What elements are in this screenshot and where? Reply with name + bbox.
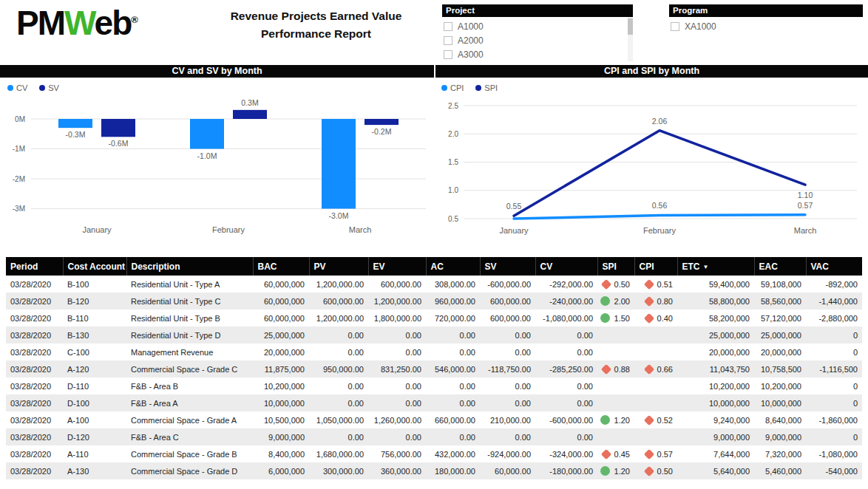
cell-ev: 831,250.00 — [368, 360, 426, 377]
table-row[interactable]: 03/28/2020C-100Management Revenue20,000,… — [6, 343, 862, 360]
column-header-bac[interactable]: BAC — [253, 257, 309, 276]
cell-cv: -1,080,000.00 — [535, 310, 597, 326]
cell-sv: 0.00 — [480, 377, 535, 394]
table-row[interactable]: 03/28/2020D-100F&B - Area A10,000,0000.0… — [6, 394, 862, 411]
program-option-label: XA1000 — [685, 21, 716, 32]
column-header-ev[interactable]: EV — [368, 257, 426, 276]
column-header-spi[interactable]: SPI — [597, 257, 634, 276]
cpi-value: 0.40 — [657, 314, 673, 323]
cell-description: Management Revenue — [126, 343, 253, 360]
cell-sv: 0.00 — [480, 394, 535, 411]
project-option-a2000[interactable]: A2000 — [444, 33, 633, 47]
table-row[interactable]: 03/28/2020B-120Residential Unit - Type C… — [6, 293, 862, 310]
cpi-spi-chart[interactable]: CPI SPI 0.51.01.52.02.5JanuaryFebruaryMa… — [434, 78, 868, 253]
column-header-ac[interactable]: AC — [426, 257, 480, 276]
cpi-value: 0.51 — [657, 280, 673, 289]
project-slicer-list: A1000A2000A3000 — [442, 17, 633, 61]
sv-bar-february[interactable] — [233, 110, 267, 119]
column-header-label: Description — [132, 261, 180, 272]
cell-spi: 1.20 — [597, 411, 634, 428]
project-option-a3000[interactable]: A3000 — [444, 47, 633, 61]
spi-value: 1.20 — [614, 416, 630, 425]
spi-value: 1.50 — [614, 314, 630, 323]
table-row[interactable]: 03/28/2020A-100Commercial Space - Grade … — [6, 411, 862, 428]
column-header-description[interactable]: Description — [126, 257, 253, 276]
column-header-label: BAC — [258, 261, 277, 272]
column-header-vac[interactable]: VAC — [806, 257, 862, 276]
cv-bar-january[interactable] — [58, 119, 92, 128]
project-option-label: A2000 — [458, 35, 484, 46]
table-row[interactable]: 03/28/2020A-120Commercial Space - Grade … — [6, 360, 862, 377]
column-header-etc[interactable]: ETC▼ — [677, 257, 754, 276]
column-header-period[interactable]: Period — [6, 257, 63, 276]
cell-ac: 0.00 — [426, 326, 480, 343]
program-option-xa1000[interactable]: XA1000 — [671, 19, 863, 33]
cell-etc: 11,043,750 — [677, 360, 754, 377]
cell-ev: 0.00 — [368, 326, 426, 343]
cpi-line[interactable] — [514, 215, 805, 219]
cell-spi: 0.88 — [597, 360, 634, 377]
cell-cv: 0.00 — [535, 377, 597, 394]
cell-period: 03/28/2020 — [6, 310, 63, 326]
sv-bar-march[interactable] — [365, 119, 399, 125]
column-header-cpi[interactable]: CPI — [634, 257, 677, 276]
cell-cpi: 0.80 — [634, 293, 677, 310]
project-slicer-scrollbar[interactable] — [628, 17, 633, 61]
cell-ac: 0.00 — [426, 343, 480, 360]
table-row[interactable]: 03/28/2020D-110F&B - Area B10,200,0000.0… — [6, 377, 862, 394]
column-header-cost-account[interactable]: Cost Account — [63, 257, 126, 276]
cell-description: Residential Unit - Type D — [126, 326, 253, 343]
red-diamond-icon — [644, 414, 654, 425]
cell-cpi — [634, 343, 677, 360]
scrollbar-thumb[interactable] — [628, 18, 633, 35]
cell-period: 03/28/2020 — [6, 394, 63, 411]
cpi-value: 0.57 — [657, 450, 673, 459]
spi-value: 0.50 — [614, 280, 630, 289]
table-row[interactable]: 03/28/2020A-110Commercial Space - Grade … — [6, 445, 862, 462]
cell-ac: 432,000.00 — [426, 445, 480, 462]
cell-sv: 0.00 — [480, 343, 535, 360]
cell-account: D-100 — [63, 394, 126, 411]
table-row[interactable]: 03/28/2020D-120F&B - Area C9,000,0000.00… — [6, 428, 862, 445]
sort-descending-icon[interactable]: ▼ — [703, 264, 709, 270]
cell-etc: 58,800,000 — [677, 293, 754, 310]
table-row[interactable]: 03/28/2020A-130Commercial Space - Grade … — [6, 462, 862, 479]
table-row[interactable]: 03/28/2020B-130Residential Unit - Type D… — [6, 326, 862, 343]
table-row[interactable]: 03/28/2020B-110Residential Unit - Type B… — [6, 310, 862, 326]
column-header-label: Cost Account — [68, 261, 126, 272]
cell-cv: 0.00 — [535, 343, 597, 360]
cell-ev: 0.00 — [368, 428, 426, 445]
column-header-label: CV — [540, 261, 553, 272]
cv-sv-chart[interactable]: CV SV 0M-1M-2M-3MJanuary-0.3M-0.6MFebrua… — [0, 78, 434, 253]
red-diamond-icon — [644, 465, 654, 476]
cell-description: F&B - Area A — [126, 394, 253, 411]
column-header-eac[interactable]: EAC — [754, 257, 806, 276]
cell-vac: -1,080,000 — [806, 445, 862, 462]
cell-description: F&B - Area C — [126, 428, 253, 445]
column-header-sv[interactable]: SV — [480, 257, 535, 276]
column-header-cv[interactable]: CV — [535, 257, 597, 276]
cv-bar-february[interactable] — [190, 119, 224, 149]
cell-eac: 5,460,000 — [754, 462, 806, 479]
cell-description: Residential Unit - Type C — [126, 293, 253, 310]
project-option-a1000[interactable]: A1000 — [444, 19, 633, 33]
cv-sv-bar-plot[interactable]: 0M-1M-2M-3MJanuary-0.3M-0.6MFebruary-1.0… — [0, 78, 434, 253]
cv-bar-march[interactable] — [322, 119, 356, 209]
checkbox-unchecked-icon[interactable] — [444, 36, 452, 45]
column-header-label: CPI — [640, 261, 654, 272]
table-row[interactable]: 03/28/2020B-100Residential Unit - Type A… — [6, 276, 862, 293]
cell-spi — [597, 343, 634, 360]
checkbox-unchecked-icon[interactable] — [444, 50, 452, 59]
table-header-row: PeriodCost AccountDescriptionBACPVEVACSV… — [6, 257, 862, 276]
cpi-spi-line-plot[interactable]: 0.51.01.52.02.5JanuaryFebruaryMarch0.560… — [434, 78, 868, 253]
cell-spi: 1.20 — [597, 462, 634, 479]
chart-title-bars: CV and SV by Month CPI and SPI by Month — [0, 65, 868, 78]
checkbox-unchecked-icon[interactable] — [671, 22, 679, 31]
cell-sv: -600,000.00 — [480, 276, 535, 293]
sv-bar-january[interactable] — [101, 119, 135, 137]
cell-vac: 0 — [806, 394, 862, 411]
cell-spi — [597, 394, 634, 411]
column-header-pv[interactable]: PV — [309, 257, 368, 276]
checkbox-unchecked-icon[interactable] — [444, 22, 452, 31]
cell-period: 03/28/2020 — [6, 445, 63, 462]
